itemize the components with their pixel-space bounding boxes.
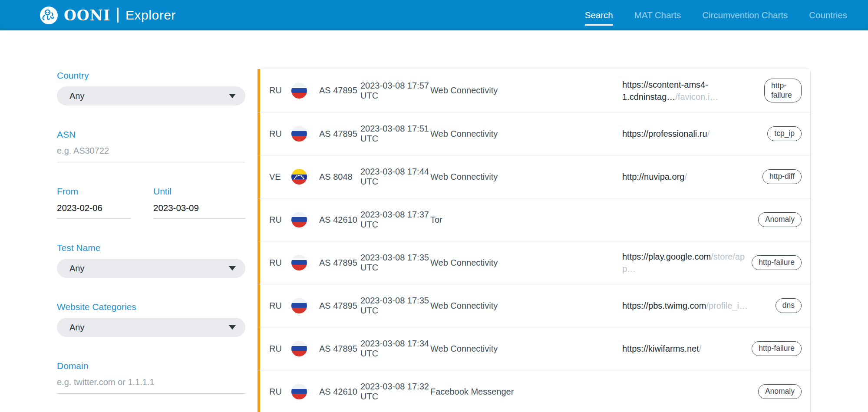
measurement-row[interactable]: RU AS 42610 2023-03-08 17:37 UTC Tor Ano… <box>257 198 810 241</box>
measurement-row[interactable]: VE AS 8048 2023-03-08 17:44 UTC Web Conn… <box>257 155 810 198</box>
until-date-input[interactable] <box>153 197 245 219</box>
country-flag-icon <box>291 212 307 227</box>
results-list: RU AS 47895 2023-03-08 17:57 UTC Web Con… <box>257 69 811 412</box>
nav-countries[interactable]: Countries <box>809 10 847 26</box>
filter-test-name: Test Name Any <box>57 243 245 278</box>
country-code: RU <box>269 86 282 96</box>
measurement-url: https://play.google.com/store/app… <box>622 250 752 275</box>
measurement-row[interactable]: RU AS 47895 2023-03-08 17:51 UTC Web Con… <box>257 112 810 155</box>
brand-name: OONI <box>64 7 110 24</box>
country-select-value: Any <box>69 91 229 101</box>
nav-circumvention-charts[interactable]: Circumvention Charts <box>702 10 788 26</box>
test-name-label: Test Name <box>57 243 245 253</box>
test-name-select-value: Any <box>69 264 229 274</box>
chevron-down-icon <box>229 266 236 270</box>
asn-value: AS 8048 <box>319 172 360 182</box>
url-base: http://nuvipa.org <box>622 172 684 181</box>
filter-dates: From Until <box>57 186 245 219</box>
url-path: / <box>684 172 687 181</box>
test-name: Facebook Messenger <box>430 387 622 397</box>
url-base: https://play.google.com <box>622 252 711 261</box>
country-flag-icon <box>291 83 307 99</box>
status-badge: http-failure <box>752 255 802 270</box>
status-badge: Anomaly <box>758 212 802 227</box>
nav-mat-charts[interactable]: MAT Charts <box>634 10 681 26</box>
url-base: https://pbs.twimg.com <box>622 301 706 310</box>
url-path: /profile_i… <box>706 301 748 310</box>
measurement-row[interactable]: RU AS 47895 2023-03-08 17:34 UTC Web Con… <box>257 327 810 370</box>
website-categories-select[interactable]: Any <box>57 318 245 337</box>
measurement-url: https://professionali.ru/ <box>622 128 767 140</box>
asn-value: AS 47895 <box>319 344 360 354</box>
status-badge: dns <box>776 298 802 313</box>
from-date-input[interactable] <box>57 197 131 219</box>
measurement-url: http://nuvipa.org/ <box>622 171 762 183</box>
website-categories-select-value: Any <box>69 323 229 333</box>
domain-label: Domain <box>57 361 245 371</box>
measurement-url: https://kiwifarms.net/ <box>622 343 752 355</box>
test-name-select[interactable]: Any <box>57 259 245 278</box>
country-code: RU <box>269 258 282 268</box>
measurement-time: 2023-03-08 17:44 UTC <box>360 167 430 187</box>
filter-website-categories: Website Categories Any <box>57 302 245 337</box>
measurement-row[interactable]: RU AS 47895 2023-03-08 17:35 UTC Web Con… <box>257 241 810 284</box>
status-badge: http-failure <box>764 79 802 103</box>
app-header: OONI Explorer Search MAT Charts Circumve… <box>0 0 868 30</box>
main-nav: Search MAT Charts Circumvention Charts C… <box>585 10 847 20</box>
main-content: Country Any ASN From Until Test Name Any <box>0 30 868 412</box>
measurement-row[interactable]: RU AS 42610 2023-03-08 17:32 UTC Faceboo… <box>257 370 810 412</box>
url-path: / <box>707 129 710 138</box>
filter-domain: Domain <box>57 361 245 394</box>
domain-input[interactable] <box>57 372 245 394</box>
asn-value: AS 47895 <box>319 301 360 311</box>
country-code: RU <box>269 344 282 354</box>
url-base: https://kiwifarms.net <box>622 344 699 353</box>
asn-value: AS 47895 <box>319 258 360 268</box>
measurement-time: 2023-03-08 17:51 UTC <box>360 124 430 144</box>
asn-value: AS 47895 <box>319 129 360 139</box>
filter-sidebar: Country Any ASN From Until Test Name Any <box>0 30 245 412</box>
until-label: Until <box>153 186 245 197</box>
url-path: /favicon.i… <box>675 92 718 102</box>
ooni-logo-icon <box>40 7 58 24</box>
measurement-url: https://pbs.twimg.com/profile_i… <box>622 300 776 312</box>
country-code: RU <box>269 301 282 311</box>
brand-product: Explorer <box>125 8 176 23</box>
measurement-row[interactable]: RU AS 47895 2023-03-08 17:35 UTC Web Con… <box>257 284 810 327</box>
brand-divider <box>117 8 119 23</box>
country-select[interactable]: Any <box>57 86 245 105</box>
filter-asn: ASN <box>57 129 245 162</box>
country-flag-icon <box>291 169 307 185</box>
chevron-down-icon <box>229 325 236 330</box>
country-flag-icon <box>291 341 307 356</box>
status-badge: http-failure <box>752 341 802 356</box>
measurement-time: 2023-03-08 17:37 UTC <box>360 210 430 230</box>
country-code: RU <box>269 387 282 397</box>
nav-search[interactable]: Search <box>585 10 613 26</box>
test-name: Web Connectivity <box>430 301 622 311</box>
country-label: Country <box>57 70 245 81</box>
country-flag-icon <box>291 298 307 313</box>
asn-label: ASN <box>57 129 245 140</box>
brand[interactable]: OONI Explorer <box>40 7 176 24</box>
chevron-down-icon <box>229 94 236 98</box>
measurement-row[interactable]: RU AS 47895 2023-03-08 17:57 UTC Web Con… <box>257 69 810 112</box>
test-name: Web Connectivity <box>430 86 622 96</box>
filter-from: From <box>57 186 131 219</box>
test-name: Tor <box>430 215 622 225</box>
measurement-time: 2023-03-08 17:34 UTC <box>360 339 430 359</box>
status-badge: tcp_ip <box>767 126 802 141</box>
measurement-time: 2023-03-08 17:57 UTC <box>360 81 430 101</box>
measurement-time: 2023-03-08 17:35 UTC <box>360 296 430 316</box>
test-name: Web Connectivity <box>430 129 622 139</box>
test-name: Web Connectivity <box>430 172 622 182</box>
country-flag-icon <box>291 384 307 399</box>
website-categories-label: Website Categories <box>57 302 245 312</box>
measurement-time: 2023-03-08 17:32 UTC <box>360 382 430 402</box>
from-label: From <box>57 186 131 197</box>
asn-input[interactable] <box>57 141 245 162</box>
asn-value: AS 47895 <box>319 86 360 96</box>
test-name: Web Connectivity <box>430 344 622 354</box>
filter-until: Until <box>153 186 245 219</box>
asn-value: AS 42610 <box>319 215 360 225</box>
